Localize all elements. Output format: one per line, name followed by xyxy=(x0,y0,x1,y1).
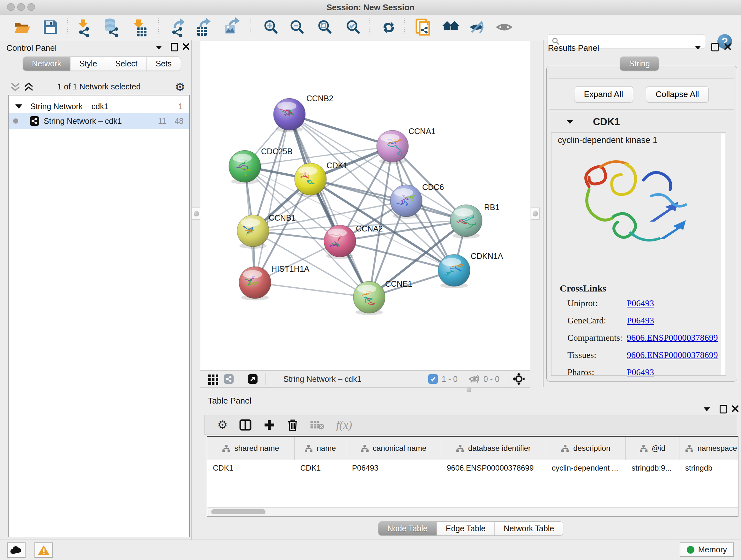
network-row[interactable]: String Network – cdk1 11 48 xyxy=(9,113,189,129)
results-tab-string[interactable]: String xyxy=(620,57,659,71)
column-header-shared-name[interactable]: shared name xyxy=(207,437,294,460)
table-cell[interactable]: stringdb xyxy=(679,463,738,473)
crosslink-value-link[interactable]: P06493 xyxy=(627,367,654,377)
network-node-CCNB2[interactable] xyxy=(273,98,306,130)
open-in-new-view-icon[interactable] xyxy=(248,374,258,384)
warnings-button[interactable] xyxy=(35,543,53,558)
collection-disclosure-icon[interactable] xyxy=(15,104,23,109)
cloud-status-button[interactable] xyxy=(7,543,25,558)
network-node-CDK1[interactable] xyxy=(294,163,327,195)
network-node-CCNA2[interactable] xyxy=(324,225,356,257)
tab-sets[interactable]: Sets xyxy=(146,57,181,71)
zoom-fit-icon[interactable] xyxy=(319,21,330,33)
crosslink-value-link[interactable]: 9606.ENSP00000378699 xyxy=(627,333,718,343)
table-hscrollbar[interactable] xyxy=(207,507,738,516)
memory-button[interactable]: Memory xyxy=(680,543,734,557)
tab-style[interactable]: Style xyxy=(70,57,106,71)
table-hscrollbar-thumb[interactable] xyxy=(211,509,266,514)
import-table-from-file-icon[interactable] xyxy=(134,19,146,37)
results-scrollbar-track[interactable] xyxy=(721,133,725,375)
gene-disclosure-icon[interactable] xyxy=(567,120,573,124)
zoom-selected-icon[interactable] xyxy=(347,21,359,33)
hide-selected-icon[interactable] xyxy=(470,21,484,33)
table-options-gear-icon[interactable]: ⚙ xyxy=(217,419,227,431)
gene-section-header[interactable]: CDK1 xyxy=(549,112,734,132)
results-panel-float-icon[interactable] xyxy=(711,43,719,51)
apply-layout-refresh-icon[interactable] xyxy=(384,22,394,34)
function-builder-icon[interactable]: f(x) xyxy=(336,418,352,432)
table-cell[interactable]: CDK1 xyxy=(294,463,346,473)
tab-network-table[interactable]: Network Table xyxy=(494,522,563,536)
column-header-name[interactable]: name xyxy=(294,437,346,460)
tab-network[interactable]: Network xyxy=(23,57,70,71)
control-panel-menu-icon[interactable] xyxy=(156,46,162,50)
table-cell[interactable]: 9606.ENSP00000378699 xyxy=(441,463,546,473)
column-header-id[interactable]: @id xyxy=(626,437,679,460)
network-node-CCNA1[interactable] xyxy=(377,130,408,162)
selected-checkbox-icon[interactable] xyxy=(428,374,438,384)
control-panel-close-icon[interactable] xyxy=(183,43,190,50)
right-splitter-handle[interactable] xyxy=(531,207,540,220)
column-header-description[interactable]: description xyxy=(546,437,626,460)
network-node-CDC6[interactable] xyxy=(390,185,422,217)
tab-edge-table[interactable]: Edge Table xyxy=(436,522,495,536)
save-session-icon[interactable] xyxy=(44,20,57,34)
horizontal-splitter-handle[interactable] xyxy=(467,388,471,392)
zoom-out-icon[interactable] xyxy=(291,21,302,33)
table-panel-close-icon[interactable] xyxy=(732,405,739,412)
zoom-in-icon[interactable] xyxy=(265,21,276,33)
control-panel-float-icon[interactable] xyxy=(171,43,178,51)
export-table-icon[interactable] xyxy=(197,18,211,36)
collapse-all-button[interactable]: Collapse All xyxy=(646,86,709,103)
network-node-CCNE1[interactable] xyxy=(353,281,385,313)
tab-node-table[interactable]: Node Table xyxy=(379,522,436,536)
collapse-all-icon[interactable] xyxy=(10,81,21,93)
network-node-CCNB1[interactable] xyxy=(237,215,269,247)
network-edge[interactable] xyxy=(255,283,369,297)
column-header-namespace[interactable]: namespace xyxy=(679,437,738,460)
table-cell[interactable]: stringdb:9... xyxy=(626,463,679,473)
import-network-from-file-icon[interactable] xyxy=(78,19,89,37)
results-panel-menu-icon[interactable] xyxy=(695,46,701,50)
expand-all-button[interactable]: Expand All xyxy=(574,86,633,103)
crosslink-value-link[interactable]: P06493 xyxy=(627,298,654,308)
network-canvas[interactable]: CCNB2CCNA1CDC25BCDK1CDC6RB1CCNB1CCNA2CDK… xyxy=(200,41,530,370)
clone-network-icon[interactable] xyxy=(416,19,429,35)
show-all-icon[interactable] xyxy=(497,24,511,30)
create-column-plus-icon[interactable] xyxy=(263,419,275,431)
export-image-icon[interactable] xyxy=(225,17,240,34)
crosslink-value-link[interactable]: P06493 xyxy=(627,315,654,326)
network-node-HIST1H1A[interactable] xyxy=(239,266,271,299)
table-cell[interactable]: P06493 xyxy=(346,463,441,473)
table-panel-float-icon[interactable] xyxy=(720,405,727,414)
column-header-canonical-name[interactable]: canonical name xyxy=(346,437,441,460)
network-node-CDC25B[interactable] xyxy=(229,150,261,182)
export-network-icon[interactable] xyxy=(172,18,185,37)
network-node-RB1[interactable] xyxy=(450,205,482,237)
table-panel-title: Table Panel xyxy=(208,396,252,406)
left-splitter-handle[interactable] xyxy=(192,207,201,220)
expand-all-tree-icon[interactable] xyxy=(23,81,35,93)
network-edge[interactable] xyxy=(255,114,289,283)
table-cell[interactable]: cyclin-dependent ... xyxy=(546,463,626,473)
results-panel-close-icon[interactable] xyxy=(724,43,731,50)
tab-select[interactable]: Select xyxy=(106,57,146,71)
network-options-gear-icon[interactable]: ⚙ xyxy=(175,81,185,93)
network-node-CDKN1A[interactable] xyxy=(438,254,470,287)
show-columns-icon[interactable] xyxy=(239,419,252,431)
grid-view-icon[interactable] xyxy=(207,373,219,385)
network-view-icon[interactable] xyxy=(224,374,233,384)
crosslink-value-link[interactable]: 9606.ENSP00000378699 xyxy=(627,350,718,360)
table-panel-menu-icon[interactable] xyxy=(704,408,710,411)
tab-string[interactable]: String xyxy=(620,57,659,71)
column-header-database-identifier[interactable]: database identifier xyxy=(441,437,546,460)
table-cell[interactable]: CDK1 xyxy=(207,463,294,473)
table-row[interactable]: CDK1CDK1P064939606.ENSP00000378699cyclin… xyxy=(207,460,738,476)
first-neighbors-icon[interactable] xyxy=(442,21,459,30)
delete-column-trash-icon[interactable] xyxy=(287,419,298,431)
birds-eye-toggle-icon[interactable] xyxy=(512,372,526,386)
network-collection-row[interactable]: String Network – cdk1 1 xyxy=(9,99,189,113)
delete-table-icon[interactable] xyxy=(310,420,325,430)
import-network-from-database-icon[interactable] xyxy=(105,18,118,37)
open-session-icon[interactable] xyxy=(15,23,30,33)
